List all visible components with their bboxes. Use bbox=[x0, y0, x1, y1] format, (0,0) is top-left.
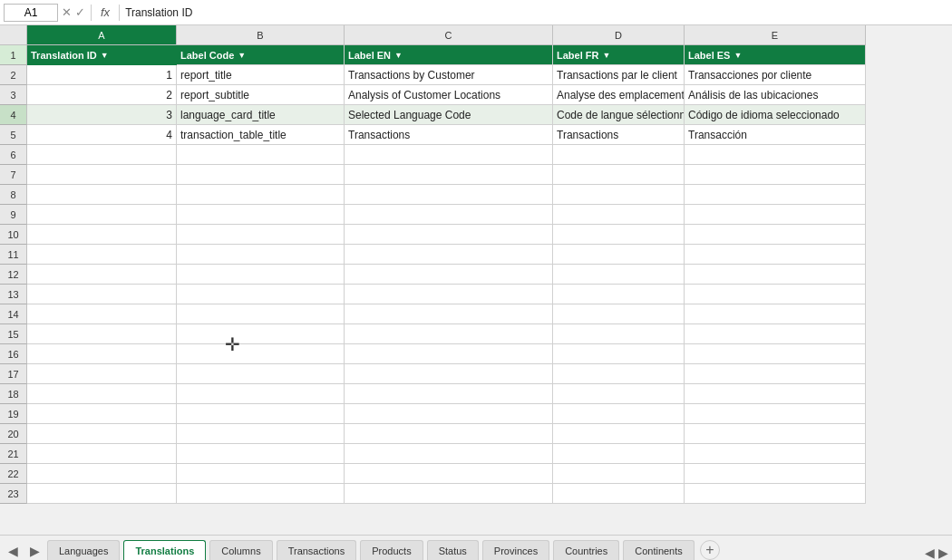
cancel-icon[interactable]: ✕ bbox=[62, 5, 72, 19]
cell-A1[interactable]: Translation ID ▼ bbox=[27, 45, 177, 65]
tab-columns[interactable]: Columns bbox=[209, 540, 272, 560]
cell-empty[interactable] bbox=[553, 364, 685, 384]
confirm-icon[interactable]: ✓ bbox=[75, 5, 85, 19]
cell-empty[interactable] bbox=[27, 404, 177, 424]
cell-empty[interactable] bbox=[685, 225, 866, 245]
cell-empty[interactable] bbox=[345, 364, 553, 384]
cell-empty[interactable] bbox=[345, 384, 553, 404]
cell-empty[interactable] bbox=[177, 444, 345, 464]
scroll-right-btn[interactable]: ▶ bbox=[938, 546, 948, 560]
tab-scroll-left[interactable]: ◀ bbox=[4, 542, 22, 560]
cell-empty[interactable] bbox=[177, 304, 345, 324]
cell-data[interactable]: 1 bbox=[27, 65, 177, 85]
cell-empty[interactable] bbox=[553, 225, 685, 245]
cell-data[interactable]: language_card_title bbox=[177, 105, 345, 125]
cell-empty[interactable] bbox=[177, 205, 345, 225]
cell-E1[interactable]: Label ES ▼ bbox=[685, 45, 866, 65]
cell-empty[interactable] bbox=[345, 444, 553, 464]
cell-empty[interactable] bbox=[685, 304, 866, 324]
tab-continents[interactable]: Continents bbox=[623, 540, 695, 560]
cell-empty[interactable] bbox=[177, 384, 345, 404]
cell-data[interactable]: Análisis de las ubicaciones bbox=[685, 85, 866, 105]
cell-empty[interactable] bbox=[27, 265, 177, 285]
cell-empty[interactable] bbox=[685, 484, 866, 504]
cell-empty[interactable] bbox=[685, 444, 866, 464]
cell-data[interactable]: Transacciones por cliente bbox=[685, 65, 866, 85]
cell-empty[interactable] bbox=[553, 464, 685, 484]
cell-data[interactable]: 3 bbox=[27, 105, 177, 125]
filter-arrow-C1[interactable]: ▼ bbox=[394, 51, 403, 60]
cell-empty[interactable] bbox=[553, 285, 685, 304]
tab-scroll-right[interactable]: ▶ bbox=[25, 542, 44, 560]
cell-empty[interactable] bbox=[27, 444, 177, 464]
cell-empty[interactable] bbox=[685, 245, 866, 265]
cell-empty[interactable] bbox=[685, 205, 866, 225]
cell-data[interactable]: report_title bbox=[177, 65, 345, 85]
cell-data[interactable]: 2 bbox=[27, 85, 177, 105]
cell-empty[interactable] bbox=[177, 185, 345, 205]
cell-empty[interactable] bbox=[177, 265, 345, 285]
cell-data[interactable]: transaction_table_title bbox=[177, 125, 345, 145]
cell-empty[interactable] bbox=[345, 185, 553, 205]
cell-data[interactable]: Transactions by Customer bbox=[345, 65, 553, 85]
cell-empty[interactable] bbox=[345, 285, 553, 304]
filter-arrow-D1[interactable]: ▼ bbox=[602, 51, 610, 60]
col-header-E[interactable]: E bbox=[685, 25, 866, 45]
cell-data[interactable]: Transactions par le client bbox=[553, 65, 685, 85]
cell-empty[interactable] bbox=[685, 265, 866, 285]
cell-data[interactable]: Code de langue sélectionné bbox=[553, 105, 685, 125]
cell-empty[interactable] bbox=[177, 324, 345, 344]
cell-data[interactable]: Transactions bbox=[345, 125, 553, 145]
cell-empty[interactable] bbox=[345, 464, 553, 484]
cell-empty[interactable] bbox=[27, 384, 177, 404]
cell-empty[interactable] bbox=[345, 165, 553, 185]
cell-empty[interactable] bbox=[345, 304, 553, 324]
scroll-left-btn[interactable]: ◀ bbox=[925, 546, 935, 560]
cell-empty[interactable] bbox=[27, 245, 177, 265]
cell-empty[interactable] bbox=[685, 344, 866, 364]
tab-translations[interactable]: Translations bbox=[123, 540, 206, 560]
cell-C1[interactable]: Label EN ▼ bbox=[345, 45, 553, 65]
filter-arrow-B1[interactable]: ▼ bbox=[238, 51, 246, 60]
cell-data[interactable]: Código de idioma seleccionado bbox=[685, 105, 866, 125]
cell-empty[interactable] bbox=[27, 364, 177, 384]
cell-empty[interactable] bbox=[553, 384, 685, 404]
filter-arrow-A1[interactable]: ▼ bbox=[101, 51, 109, 60]
cell-empty[interactable] bbox=[345, 344, 553, 364]
cell-empty[interactable] bbox=[177, 285, 345, 304]
cell-empty[interactable] bbox=[27, 304, 177, 324]
filter-arrow-E1[interactable]: ▼ bbox=[733, 51, 742, 60]
cell-empty[interactable] bbox=[177, 464, 345, 484]
cell-empty[interactable] bbox=[177, 145, 345, 165]
cell-empty[interactable] bbox=[177, 424, 345, 444]
cell-empty[interactable] bbox=[553, 165, 685, 185]
cell-data[interactable]: Selected Language Code bbox=[345, 105, 553, 125]
cell-name-box[interactable]: A1 bbox=[4, 4, 58, 22]
cell-empty[interactable] bbox=[685, 165, 866, 185]
tab-products[interactable]: Products bbox=[360, 540, 423, 560]
cell-data[interactable]: Transacción bbox=[685, 125, 866, 145]
cell-empty[interactable] bbox=[685, 424, 866, 444]
add-sheet-button[interactable]: + bbox=[700, 540, 720, 560]
cell-D1[interactable]: Label FR ▼ bbox=[553, 45, 685, 65]
cell-data[interactable]: report_subtitle bbox=[177, 85, 345, 105]
cell-empty[interactable] bbox=[345, 265, 553, 285]
cell-empty[interactable] bbox=[685, 404, 866, 424]
cell-empty[interactable] bbox=[27, 145, 177, 165]
cell-empty[interactable] bbox=[553, 185, 685, 205]
cell-empty[interactable] bbox=[685, 285, 866, 304]
cell-empty[interactable] bbox=[345, 404, 553, 424]
cell-empty[interactable] bbox=[27, 464, 177, 484]
cell-empty[interactable] bbox=[27, 165, 177, 185]
cell-empty[interactable] bbox=[345, 245, 553, 265]
cell-empty[interactable] bbox=[685, 364, 866, 384]
tab-status[interactable]: Status bbox=[427, 540, 479, 560]
col-header-C[interactable]: C bbox=[345, 25, 553, 45]
cell-empty[interactable] bbox=[685, 185, 866, 205]
col-header-B[interactable]: B bbox=[177, 25, 345, 45]
cell-empty[interactable] bbox=[177, 245, 345, 265]
col-header-D[interactable]: D bbox=[553, 25, 685, 45]
cell-empty[interactable] bbox=[177, 404, 345, 424]
cell-empty[interactable] bbox=[27, 185, 177, 205]
cell-empty[interactable] bbox=[553, 404, 685, 424]
